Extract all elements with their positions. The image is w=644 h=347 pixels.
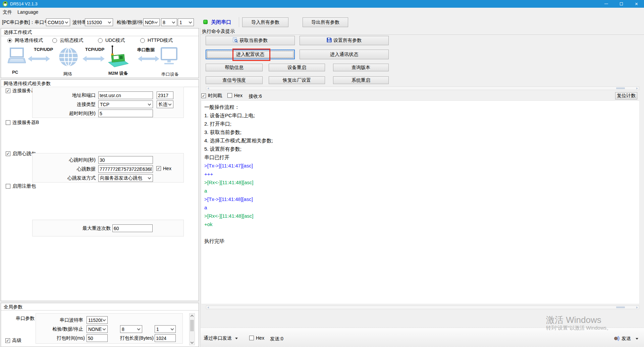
log-hex-checkbox[interactable]: Hex — [227, 93, 243, 98]
pc-laptop-icon — [8, 48, 26, 69]
export-params-button[interactable]: 导出所有参数 — [303, 17, 348, 27]
left-panel: 选择工作模式 网络透传模式 云组态模式 UDC模式 HTTPD模式 TCP/UD… — [0, 28, 200, 347]
log-output[interactable]: 一般操作流程： 1. 设备连PC串口,上电; 2. 打开串口; 3. 获取当前参… — [201, 100, 640, 304]
network-globe-icon — [59, 47, 78, 68]
databits-select[interactable]: 8 — [161, 18, 177, 26]
help-button[interactable]: 帮助信息 — [206, 64, 263, 71]
send-hex-checkbox[interactable]: Hex — [249, 335, 264, 341]
pc-serial-label: [PC串口参数]：串口号 — [2, 19, 49, 25]
arrow-icon — [138, 56, 159, 63]
global-stopbits-select[interactable]: 1 — [155, 325, 176, 333]
log-line: 串口已打开 — [201, 153, 639, 161]
mode-radio-udc[interactable]: UDC模式 — [98, 38, 125, 44]
server-addr-input[interactable] — [98, 91, 153, 99]
reset-count-button[interactable]: 复位计数 — [615, 92, 637, 99]
keepalive-select[interactable]: 长连接 — [157, 100, 173, 108]
stopbits-select[interactable]: 1 — [178, 18, 194, 26]
pack-len-input[interactable] — [155, 334, 176, 342]
query-version-button[interactable]: 查询版本 — [333, 64, 389, 71]
port-select[interactable]: COM10 — [46, 18, 70, 26]
checkbox-icon — [249, 336, 254, 340]
timeout-input[interactable] — [98, 110, 153, 117]
global-baud-select[interactable]: 115200 — [87, 316, 108, 324]
register-checkbox[interactable]: 启用注册包 — [6, 183, 36, 189]
log-line: 3. 获取当前参数; — [201, 128, 639, 136]
scroll-left-icon — [207, 87, 209, 89]
maximize-button[interactable] — [614, 0, 629, 8]
close-button[interactable]: ✕ — [629, 0, 644, 8]
log-line: 执行完毕 — [201, 237, 639, 245]
minimize-button[interactable] — [599, 0, 614, 8]
menu-item-file[interactable]: 文件 — [1, 9, 13, 15]
mode-radio-network-transparent[interactable]: 网络透传模式 — [7, 38, 43, 44]
doc-search-icon — [233, 38, 238, 44]
query-signal-button[interactable]: 查信号强度 — [206, 76, 263, 84]
scrollbar-thumb[interactable] — [190, 320, 194, 331]
log-line: 一般操作流程： — [201, 103, 639, 111]
send-via-serial-button[interactable]: 通过串口发送 — [204, 335, 238, 341]
mode-radio-httpd[interactable]: HTTPD模式 — [140, 38, 173, 44]
scroll-right-icon — [636, 87, 638, 89]
work-mode-caption: 选择工作模式 — [4, 29, 32, 36]
log-bottom-scrollbar[interactable] — [206, 305, 639, 309]
divider — [1, 36, 199, 36]
radio-icon — [7, 38, 12, 43]
parity-select[interactable]: NONI — [143, 18, 160, 26]
timestamp-checkbox[interactable]: 时间戳 — [201, 93, 222, 99]
global-serial-panel: 串口波特率 115200 检验/数据/停止 NONE 8 1 打包时间(ms) … — [36, 313, 183, 344]
set-params-button[interactable]: 设置所有参数 — [300, 36, 389, 45]
app-icon — [2, 1, 8, 8]
advanced-checkbox[interactable]: 高级 — [5, 338, 21, 344]
log-line: +ok — [201, 220, 639, 228]
hb-mode-select[interactable]: 向服务器发送心跳包 — [98, 174, 153, 182]
baud-select[interactable]: 115200 — [85, 18, 113, 26]
radio-icon — [140, 38, 145, 43]
import-params-button[interactable]: 导入所有参数 — [242, 17, 288, 27]
global-baud-label: 串口波特率 — [38, 317, 83, 323]
device-reboot-button[interactable]: 设备重启 — [269, 64, 325, 71]
pack-time-label: 打包时间(ms) — [38, 335, 85, 341]
heartbeat-checkbox[interactable]: 启用心跳包 — [6, 151, 36, 157]
server-a-panel: 地址和端口 连接类型 TCP 长连接 超时时间(秒) — [32, 87, 184, 118]
system-reboot-button[interactable]: 系统重启 — [333, 76, 389, 84]
menu-item-language[interactable]: Language — [16, 9, 40, 15]
highlight-red-box — [232, 49, 270, 61]
hb-hex-checkbox[interactable]: Hex — [156, 166, 171, 171]
global-params-caption: 全局参数 — [4, 304, 22, 310]
parity-label: 检验/数据/停止 — [117, 19, 148, 25]
server-b-checkbox[interactable]: 连接服务器B — [6, 120, 39, 126]
divider — [201, 34, 644, 35]
chevron-down-icon — [189, 20, 192, 23]
checkbox-icon — [5, 338, 10, 343]
addr-label: 地址和端口 — [36, 92, 96, 98]
log-line: >[Rx<-][11:41:48][asc] — [201, 212, 639, 220]
checkbox-icon — [227, 93, 232, 98]
timeout-label: 超时时间(秒) — [36, 111, 96, 117]
log-top-scrollbar[interactable] — [206, 86, 639, 90]
log-line: +++ — [201, 170, 639, 178]
close-port-button[interactable]: 关闭串口 — [211, 19, 231, 25]
toolbar: [PC串口参数]：串口号 COM10 波特率 115200 检验/数据/停止 N… — [0, 16, 644, 28]
server-port-input[interactable] — [157, 91, 173, 99]
global-databits-select[interactable]: 8 — [120, 325, 142, 333]
global-parity-select[interactable]: NONE — [87, 325, 108, 333]
hb-time-input[interactable] — [98, 156, 153, 164]
scroll-up-icon — [191, 315, 194, 318]
conn-type-select[interactable]: TCP — [98, 100, 153, 108]
title-bar: DR514 V2.1.3 ✕ — [0, 0, 644, 8]
mode-radio-cloud[interactable]: 云组态模式 — [52, 38, 83, 44]
send-button[interactable]: 发送 — [614, 335, 638, 342]
net-params-caption: 网络透传模式相关参数 — [4, 81, 51, 87]
left-vertical-scrollbar[interactable] — [189, 313, 195, 345]
reconnect-input[interactable] — [112, 224, 153, 232]
scrollbar-thumb[interactable] — [616, 306, 625, 308]
hb-data-input[interactable] — [98, 165, 153, 173]
chevron-down-icon — [108, 20, 111, 23]
link-label-tcp2: TCP/UDP — [85, 47, 104, 52]
dropdown-caret-icon — [235, 338, 238, 339]
get-params-button[interactable]: 获取当前参数 — [206, 36, 295, 45]
chevron-down-icon — [148, 176, 151, 179]
scrollbar-thumb[interactable] — [616, 87, 625, 89]
factory-reset-button[interactable]: 恢复出厂设置 — [269, 76, 325, 84]
enter-comm-button[interactable]: 进入通讯状态 — [300, 50, 389, 59]
